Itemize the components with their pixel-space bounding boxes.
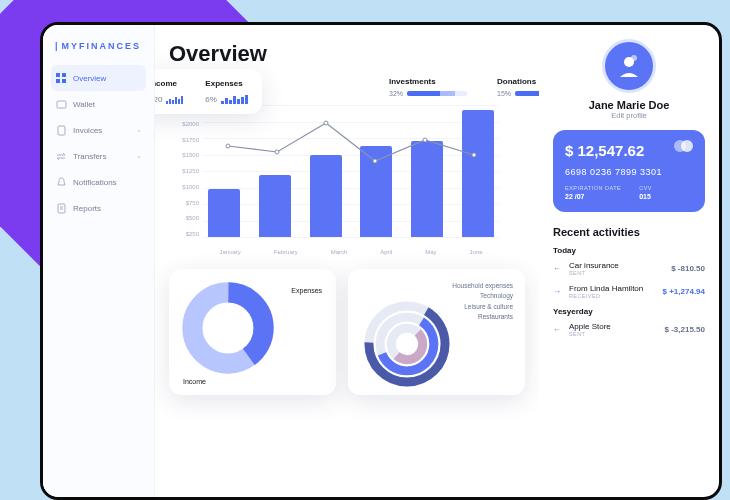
activity-amount: $ +1,274.94 <box>663 287 705 296</box>
income-expense-donut: Expenses Income <box>169 269 336 395</box>
logo: MYFINANCES <box>51 41 146 51</box>
svg-rect-2 <box>56 79 60 83</box>
wallet-icon <box>55 98 67 110</box>
svg-rect-1 <box>62 73 66 77</box>
activity-name: Apple Store <box>569 322 659 331</box>
activity-status: RECEIVED <box>569 293 657 299</box>
stat-value: 32% <box>389 90 403 97</box>
nav-notifications[interactable]: Notifications <box>51 169 146 195</box>
nav-label: Transfers <box>73 152 130 161</box>
cvv-value: 015 <box>639 193 652 200</box>
activity-amount: $ -3,215.50 <box>665 325 705 334</box>
nav-overview[interactable]: Overview <box>51 65 146 91</box>
arrow-right-icon: → <box>553 287 563 296</box>
svg-point-24 <box>631 55 637 61</box>
stat-value: 120 <box>155 95 162 104</box>
grid-icon <box>55 72 67 84</box>
arrow-left-icon: ← <box>553 325 563 334</box>
sidebar: MYFINANCES Overview Wallet Invoices ⌄ Tr… <box>43 25 155 497</box>
app-window: MYFINANCES Overview Wallet Invoices ⌄ Tr… <box>40 22 722 500</box>
nav-invoices[interactable]: Invoices ⌄ <box>51 117 146 143</box>
profile-name: Jane Marie Doe <box>553 99 705 111</box>
activity-row[interactable]: ← Apple StoreSENT $ -3,215.50 <box>553 322 705 337</box>
activity-status: SENT <box>569 270 665 276</box>
chevron-down-icon: ⌄ <box>136 152 142 160</box>
edit-profile-link[interactable]: Edit profile <box>553 111 705 120</box>
svg-rect-4 <box>57 101 66 108</box>
nav-transfers[interactable]: Transfers ⌄ <box>51 143 146 169</box>
report-icon <box>55 202 67 214</box>
nav-reports[interactable]: Reports <box>51 195 146 221</box>
sparkline-icon <box>166 94 183 104</box>
avatar[interactable] <box>602 39 656 93</box>
y-axis: $2250$2000$1750$1500$1250$1000$750$500$2… <box>169 105 199 237</box>
nav-label: Wallet <box>73 100 142 109</box>
card-number: 6698 0236 7899 3301 <box>565 167 693 177</box>
arrow-left-icon: ← <box>553 264 563 273</box>
avatar-icon <box>614 51 644 81</box>
exp-value: 22 /07 <box>565 193 621 200</box>
activity-row[interactable]: → From Linda HamiltonRECEIVED $ +1,274.9… <box>553 284 705 299</box>
activities-title: Recent activities <box>553 226 705 238</box>
stat-label: Expenses <box>205 79 248 88</box>
svg-rect-0 <box>56 73 60 77</box>
nav-label: Notifications <box>73 178 142 187</box>
transfer-icon <box>55 150 67 162</box>
stat-value: 15% <box>497 90 511 97</box>
chevron-down-icon: ⌄ <box>136 126 142 134</box>
sparkline-icon <box>221 94 248 104</box>
activity-name: Car insurance <box>569 261 665 270</box>
donut-label: Expenses <box>291 287 322 294</box>
donut-legend: Household expensesTechnologyLeisure & cu… <box>452 281 513 323</box>
nav-label: Overview <box>73 74 142 83</box>
cvv-label: CVV <box>639 185 652 191</box>
activity-row[interactable]: ← Car insuranceSENT $ -810.50 <box>553 261 705 276</box>
main-content: Overview Income 120 Expenses 6% Investme… <box>155 25 539 497</box>
breakdown-donut: Household expensesTechnologyLeisure & cu… <box>348 269 525 395</box>
bell-icon <box>55 176 67 188</box>
page-title: Overview <box>169 41 525 67</box>
activity-status: SENT <box>569 331 659 337</box>
credit-card[interactable]: $ 12,547.62 6698 0236 7899 3301 EXPIRATI… <box>553 130 705 212</box>
stat-value: 6% <box>205 95 217 104</box>
multi-donut-icon <box>360 297 454 391</box>
nav-label: Reports <box>73 204 142 213</box>
stat-label: Donations <box>497 77 539 86</box>
chart-bars <box>203 105 499 237</box>
x-axis: JanuaryFebruaryMarchAprilMayJune <box>203 249 499 255</box>
stat-donations: Donations 15% <box>497 77 539 97</box>
stat-investments: Investments 32% <box>389 77 467 97</box>
nav-label: Invoices <box>73 126 130 135</box>
donut-label: Income <box>183 378 206 385</box>
overview-chart: $2250$2000$1750$1500$1250$1000$750$500$2… <box>169 105 499 255</box>
stat-label: Investments <box>389 77 467 86</box>
nav-wallet[interactable]: Wallet <box>51 91 146 117</box>
activity-name: From Linda Hamilton <box>569 284 657 293</box>
summary-card: Income 120 Expenses 6% <box>155 69 262 114</box>
profile: Jane Marie Doe Edit profile <box>553 39 705 120</box>
svg-rect-5 <box>58 126 65 135</box>
exp-label: EXPIRATION DATE <box>565 185 621 191</box>
svg-rect-3 <box>62 79 66 83</box>
activity-amount: $ -810.50 <box>671 264 705 273</box>
donut-chart-icon <box>181 281 275 375</box>
stat-label: Income <box>155 79 183 88</box>
mastercard-icon <box>674 140 693 152</box>
activity-day: Yesyerday <box>553 307 705 316</box>
stat-income: Income 120 <box>155 79 183 104</box>
right-panel: Jane Marie Doe Edit profile $ 12,547.62 … <box>539 25 719 497</box>
document-icon <box>55 124 67 136</box>
activity-day: Today <box>553 246 705 255</box>
stat-expenses: Expenses 6% <box>205 79 248 104</box>
